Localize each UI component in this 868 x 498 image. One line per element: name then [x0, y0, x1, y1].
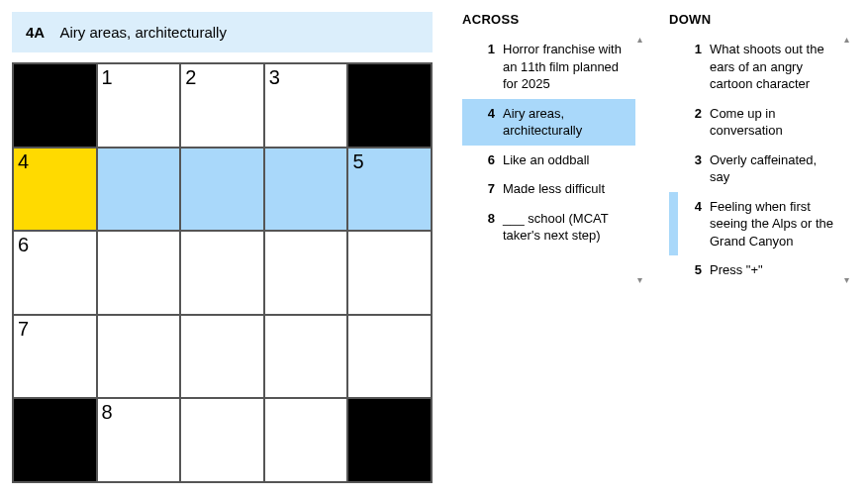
across-clue[interactable]: 7Made less difficult [462, 174, 635, 204]
grid-cell-black [347, 398, 432, 482]
grid-cell[interactable]: 6 [13, 231, 97, 315]
across-column: ACROSS 1Horror franchise with an 11th fi… [462, 12, 649, 285]
down-title: DOWN [669, 12, 842, 27]
clue-number: 5 [682, 261, 702, 279]
scroll-up-icon: ▴ [637, 34, 649, 45]
across-title: ACROSS [462, 12, 635, 27]
grid-cell[interactable] [264, 231, 348, 315]
scroll-down-icon: ▾ [637, 274, 649, 285]
grid-cell[interactable] [97, 148, 181, 232]
grid-cell[interactable] [347, 231, 432, 315]
current-clue-text: Airy areas, architecturally [60, 24, 227, 41]
current-clue-id: 4A [26, 24, 45, 41]
clue-text: Airy areas, architecturally [503, 105, 627, 140]
crossword-grid[interactable]: 12345678 [12, 62, 433, 483]
clue-lists: ACROSS 1Horror franchise with an 11th fi… [462, 12, 856, 285]
clue-number: 1 [475, 41, 495, 93]
clue-number: 6 [475, 151, 495, 169]
grid-cell[interactable]: 3 [264, 63, 348, 148]
scroll-down-icon: ▾ [844, 274, 856, 285]
clue-text: Horror franchise with an 11th film plann… [503, 41, 627, 93]
grid-cell[interactable] [97, 315, 181, 399]
cell-number: 3 [269, 66, 280, 89]
grid-cell[interactable] [97, 231, 181, 315]
down-column: DOWN 1What shoots out the ears of an ang… [669, 12, 856, 285]
grid-cell[interactable]: 5 [347, 148, 432, 232]
clue-text: What shoots out the ears of an angry car… [710, 41, 834, 93]
scroll-up-icon: ▴ [844, 34, 856, 45]
grid-cell-black [13, 398, 97, 482]
grid-cell[interactable]: 2 [180, 63, 264, 148]
cell-number: 2 [185, 66, 196, 89]
grid-cell[interactable] [180, 398, 264, 482]
grid-cell[interactable] [264, 398, 348, 482]
clue-number: 2 [682, 105, 702, 140]
cell-number: 7 [18, 318, 29, 341]
down-list: 1What shoots out the ears of an angry ca… [669, 35, 842, 285]
cell-number: 1 [102, 66, 113, 89]
across-list: 1Horror franchise with an 11th film plan… [462, 35, 635, 250]
grid-cell[interactable] [264, 148, 348, 232]
across-clue[interactable]: 8___ school (MCAT taker's next step) [462, 204, 635, 250]
clue-text: Made less difficult [503, 180, 627, 198]
clue-number: 3 [682, 151, 702, 186]
across-clue[interactable]: 6Like an oddball [462, 146, 635, 175]
clue-text: Come up in conversation [710, 105, 834, 140]
down-clue[interactable]: 4Feeling when first seeing the Alps or t… [669, 192, 842, 256]
scroll-indicator: ▴ ▾ [637, 34, 649, 285]
grid-cell[interactable] [180, 231, 264, 315]
clue-number: 1 [682, 41, 702, 93]
clue-number: 7 [475, 180, 495, 198]
crossword-container: 4A Airy areas, architecturally 12345678 … [12, 12, 856, 483]
grid-cell[interactable] [347, 315, 432, 399]
cell-number: 6 [18, 234, 29, 256]
grid-cell-black [13, 63, 97, 148]
grid-cell[interactable] [180, 315, 264, 399]
clue-text: Overly caffeinated, say [710, 151, 834, 186]
clue-text: Press "+" [710, 261, 834, 279]
down-clue[interactable]: 1What shoots out the ears of an angry ca… [669, 35, 842, 99]
grid-cell[interactable]: 7 [13, 315, 97, 399]
across-clue[interactable]: 4Airy areas, architecturally [462, 99, 635, 146]
clue-text: Feeling when first seeing the Alps or th… [710, 198, 834, 250]
grid-cell[interactable] [180, 148, 264, 232]
clue-number: 4 [475, 105, 495, 140]
down-clue[interactable]: 2Come up in conversation [669, 99, 842, 146]
left-panel: 4A Airy areas, architecturally 12345678 [12, 12, 433, 483]
cell-number: 4 [18, 150, 29, 173]
clue-number: 8 [475, 210, 495, 245]
cell-number: 5 [352, 150, 363, 173]
grid-cell[interactable] [264, 315, 348, 399]
clue-number: 4 [682, 198, 702, 250]
grid-cell[interactable]: 8 [97, 398, 181, 482]
across-clue[interactable]: 1Horror franchise with an 11th film plan… [462, 35, 635, 99]
current-clue-bar: 4A Airy areas, architecturally [12, 12, 433, 52]
clue-text: ___ school (MCAT taker's next step) [503, 210, 627, 245]
down-clue[interactable]: 5Press "+" [669, 255, 842, 285]
scroll-indicator: ▴ ▾ [844, 34, 856, 285]
grid-cell-black [347, 63, 432, 148]
cell-number: 8 [102, 401, 113, 424]
down-clue[interactable]: 3Overly caffeinated, say [669, 146, 842, 192]
grid-cell[interactable]: 4 [13, 148, 97, 232]
grid-cell[interactable]: 1 [97, 63, 181, 148]
clue-text: Like an oddball [503, 151, 627, 169]
